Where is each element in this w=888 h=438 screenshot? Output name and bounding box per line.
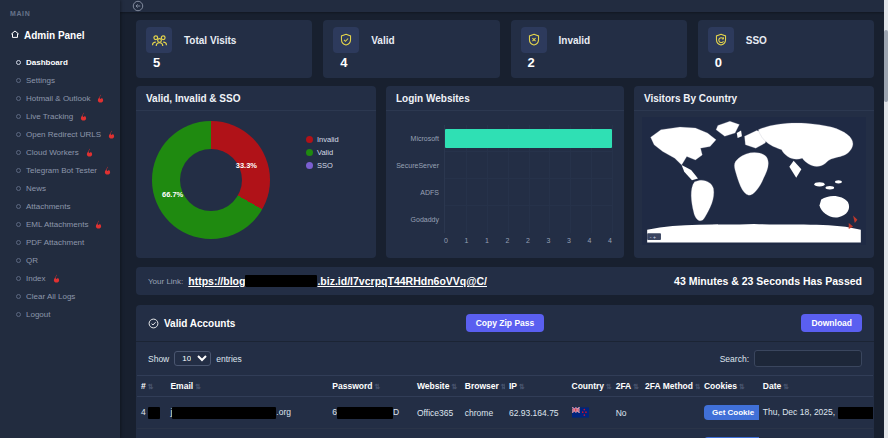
column-header-password[interactable]: Password⇅: [328, 376, 413, 397]
check-badge-icon: [148, 318, 159, 329]
topbar: [120, 0, 888, 12]
brand[interactable]: Admin Panel: [10, 29, 120, 41]
download-button[interactable]: Download: [801, 314, 862, 332]
column-header--[interactable]: #⇅: [137, 376, 166, 397]
sidebar-item-eml-attachments[interactable]: EML Attachments: [10, 215, 120, 233]
donut-chart-title: Valid, Invalid & SSO: [136, 86, 376, 111]
slice-label-invalid: 33.3%: [236, 161, 257, 170]
stat-card-valid: Valid 4: [323, 20, 499, 78]
sidebar-item-index[interactable]: Index: [10, 269, 120, 287]
sidebar-item-label: News: [26, 184, 46, 193]
cell-password: [328, 429, 413, 438]
sidebar-item-label: Clear All Logs: [26, 292, 75, 301]
sidebar-item-label: Dashboard: [26, 58, 68, 67]
sidebar-item-telegram-bot-tester[interactable]: Telegram Bot Tester: [10, 161, 120, 179]
cell-num: [137, 429, 166, 438]
column-header-email[interactable]: Email⇅: [166, 376, 328, 397]
sort-icon: ⇅: [519, 383, 525, 390]
cell-browser: chrome: [461, 397, 505, 429]
valid-accounts-panel: Valid Accounts Copy Zip Pass Download Sh…: [136, 305, 874, 438]
collapse-sidebar-icon[interactable]: [132, 0, 144, 12]
cell-twofa: No: [612, 397, 641, 429]
admin-dashboard: MAIN Admin Panel Dashboard Settings Hotm…: [0, 0, 888, 438]
sidebar-item-cloud-workers[interactable]: Cloud Workers: [10, 143, 120, 161]
sidebar-item-label: Live Tracking: [26, 112, 73, 121]
sidebar-item-settings[interactable]: Settings: [10, 71, 120, 89]
redacted-text: [148, 407, 160, 419]
legend-item-valid[interactable]: Valid: [306, 148, 339, 157]
scrollbar-thumb[interactable]: [884, 30, 888, 102]
cell-cookies[interactable]: Get Cookie: [700, 397, 759, 429]
entries-label: entries: [216, 354, 242, 364]
sidebar-item-label: Hotmail & Outlook: [26, 94, 90, 103]
legend-label: SSO: [317, 161, 333, 170]
bar-category-label: SecureServer: [389, 162, 439, 169]
cell-ip: [505, 429, 568, 438]
legend-item-invalid[interactable]: Invalid: [306, 135, 339, 144]
bullet-icon: [16, 258, 21, 263]
x-tick: 1: [485, 237, 489, 244]
sort-icon: ⇅: [633, 383, 639, 390]
sidebar-item-news[interactable]: News: [10, 179, 120, 197]
column-header-date[interactable]: Date⇅: [759, 376, 873, 397]
bar-microsoft[interactable]: [445, 129, 612, 148]
get-cookie-button[interactable]: Get Cookie: [704, 405, 759, 420]
sort-icon: ⇅: [695, 383, 700, 390]
sort-icon: ⇅: [606, 383, 612, 390]
sidebar-item-pdf-attachment[interactable]: PDF Attachment: [10, 233, 120, 251]
cell-website: Office365: [413, 397, 461, 429]
link-url-suffix: .biz.id/l7vcrpqT44RHdn6oVVq@C/: [317, 275, 487, 287]
copy-zip-pass-button[interactable]: Copy Zip Pass: [466, 314, 545, 332]
bar-chart-panel: Login Websites MicrosoftSecureServerADFS…: [386, 86, 624, 258]
sidebar-item-label: Index: [26, 274, 46, 283]
stat-label: Total Visits: [184, 35, 236, 46]
column-header-cookies[interactable]: Cookies⇅: [700, 376, 759, 397]
sort-icon: ⇅: [148, 383, 154, 390]
cell-cookies[interactable]: Get Cookie: [700, 429, 759, 438]
sidebar-item-logout[interactable]: Logout: [10, 305, 120, 323]
show-label: Show: [148, 354, 169, 364]
legend-item-sso[interactable]: SSO: [306, 161, 339, 170]
scrollbar[interactable]: [884, 0, 888, 438]
cell-email: j.org: [166, 397, 328, 429]
elapsed-time: 43 Minutes & 23 Seconds Has Passed: [674, 275, 862, 287]
column-header-ip[interactable]: IP⇅: [505, 376, 568, 397]
column-header-2fa[interactable]: 2FA⇅: [612, 376, 641, 397]
column-header-2fa-method[interactable]: 2FA Method⇅: [641, 376, 700, 397]
search-input[interactable]: [754, 350, 862, 367]
sidebar-item-attachments[interactable]: Attachments: [10, 197, 120, 215]
column-header-browser[interactable]: Browser⇅: [461, 376, 505, 397]
x-tick: 3: [547, 237, 551, 244]
sidebar-item-open-redirect-urls[interactable]: Open Redirect URLS: [10, 125, 120, 143]
shield-x-icon: [521, 27, 547, 53]
redacted-text: [172, 407, 276, 419]
cell-country: [568, 397, 612, 429]
donut-ring: [152, 121, 270, 239]
sidebar-item-clear-all-logs[interactable]: Clear All Logs: [10, 287, 120, 305]
column-header-country[interactable]: Country⇅: [568, 376, 612, 397]
table-row: 4 j.org6DOffice365chrome62.93.164.75NoGe…: [137, 397, 873, 429]
column-header-website[interactable]: Website⇅: [413, 376, 461, 397]
sidebar-item-live-tracking[interactable]: Live Tracking: [10, 107, 120, 125]
sort-icon: ⇅: [375, 383, 381, 390]
bar-row-microsoft: Microsoft: [445, 125, 612, 152]
bullet-icon: [16, 132, 21, 137]
stat-card-invalid: Invalid 2: [511, 20, 687, 78]
world-map[interactable]: - +: [634, 111, 874, 251]
sidebar-item-label: Telegram Bot Tester: [26, 166, 97, 175]
stat-label: Valid: [371, 35, 394, 46]
link-url-prefix: https://blog: [188, 275, 245, 287]
sidebar-item-label: Cloud Workers: [26, 148, 79, 157]
sidebar-item-hotmail-outlook[interactable]: Hotmail & Outlook: [10, 89, 120, 107]
page-size-select[interactable]: 10: [174, 351, 211, 366]
bar-category-label: Microsoft: [389, 135, 439, 142]
sidebar-item-qr[interactable]: QR: [10, 251, 120, 269]
x-tick: 0: [444, 237, 448, 244]
cell-twofa-method: [641, 397, 700, 429]
sidebar-item-dashboard[interactable]: Dashboard: [10, 53, 120, 71]
legend-dot: [306, 149, 313, 156]
users-icon: [146, 27, 172, 53]
fire-icon: [107, 130, 116, 139]
bullet-icon: [16, 168, 21, 173]
phish-link[interactable]: https://blog .biz.id/l7vcrpqT44RHdn6oVVq…: [188, 275, 487, 287]
